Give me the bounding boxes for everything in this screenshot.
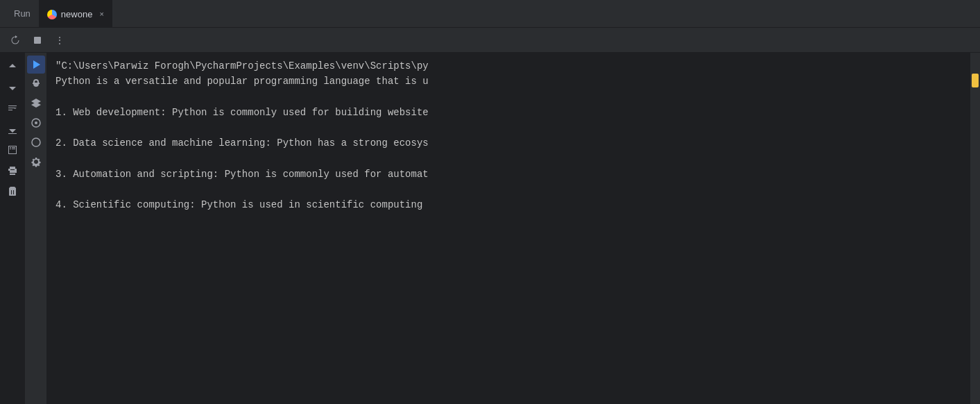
console-line-5: 2. Data science and machine learning: Py… xyxy=(55,135,965,151)
profile-icon-btn[interactable] xyxy=(27,114,45,132)
console-line-8 xyxy=(55,182,965,197)
settings-icon xyxy=(31,156,42,167)
scroll-up-button[interactable] xyxy=(4,58,21,75)
print-button[interactable] xyxy=(4,162,21,179)
right-scrollbar[interactable] xyxy=(970,53,980,404)
scroll-end-button[interactable] xyxy=(4,121,21,137)
tab-python-icon xyxy=(47,10,57,19)
console-line-3: 1. Web development: Python is commonly u… xyxy=(55,105,965,120)
scroll-up-icon xyxy=(7,61,18,72)
run-sidebar xyxy=(25,53,47,404)
rerun-button[interactable] xyxy=(6,31,25,50)
more-options-icon: ⋮ xyxy=(55,35,65,46)
tab-run[interactable]: Run xyxy=(6,0,39,27)
svg-rect-0 xyxy=(34,37,41,44)
console-line-6 xyxy=(55,151,965,167)
console-line-7: 3. Automation and scripting: Python is c… xyxy=(55,167,965,182)
layers-icon xyxy=(31,98,42,109)
soft-wrap-icon xyxy=(7,103,18,114)
bug-icon xyxy=(31,78,42,90)
console-area: "C:\Users\Parwiz Forogh\PycharmProjects\… xyxy=(47,53,980,404)
console-button[interactable] xyxy=(4,142,21,158)
debug-icon-btn[interactable] xyxy=(27,75,45,93)
scroll-down-icon xyxy=(7,82,18,93)
error-icon-btn[interactable] xyxy=(27,133,45,151)
console-line-0: "C:\Users\Parwiz Forogh\PycharmProjects\… xyxy=(55,58,965,74)
console-icon xyxy=(7,144,18,155)
tab-active-label: newone xyxy=(61,9,93,19)
stop-button[interactable] xyxy=(28,31,47,50)
run-active-icon[interactable] xyxy=(27,56,45,74)
profile-icon xyxy=(31,117,42,128)
console-line-1: Python is a versatile and popular progra… xyxy=(55,74,965,89)
tab-run-label: Run xyxy=(14,8,31,19)
scroll-down-button[interactable] xyxy=(4,79,21,96)
svg-point-3 xyxy=(32,138,40,146)
toolbar: ⋮ xyxy=(0,28,980,53)
print-icon xyxy=(7,165,18,176)
main-area: "C:\Users\Parwiz Forogh\PycharmProjects\… xyxy=(0,53,980,404)
tab-bar: Run newone × xyxy=(0,0,980,28)
layers-icon-btn[interactable] xyxy=(27,94,45,112)
play-icon xyxy=(31,59,42,70)
clear-icon xyxy=(7,186,18,197)
scroll-end-icon xyxy=(7,124,18,135)
action-sidebar xyxy=(0,53,25,404)
console-line-9: 4. Scientific computing: Python is used … xyxy=(55,197,965,212)
stop-icon xyxy=(32,35,43,46)
console-line-4 xyxy=(55,120,965,135)
soft-wrap-button[interactable] xyxy=(4,100,21,117)
console-content: "C:\Users\Parwiz Forogh\PycharmProjects\… xyxy=(47,53,970,404)
tab-active[interactable]: newone × xyxy=(39,0,112,27)
console-line-2 xyxy=(55,90,965,105)
rerun-icon xyxy=(10,35,21,46)
error-icon xyxy=(31,137,42,148)
settings-icon-btn[interactable] xyxy=(27,153,45,171)
clear-button[interactable] xyxy=(4,183,21,200)
scrollbar-marker xyxy=(972,74,979,87)
tab-close-button[interactable]: × xyxy=(99,10,103,18)
svg-point-2 xyxy=(35,121,37,124)
more-options-button[interactable]: ⋮ xyxy=(50,31,69,50)
